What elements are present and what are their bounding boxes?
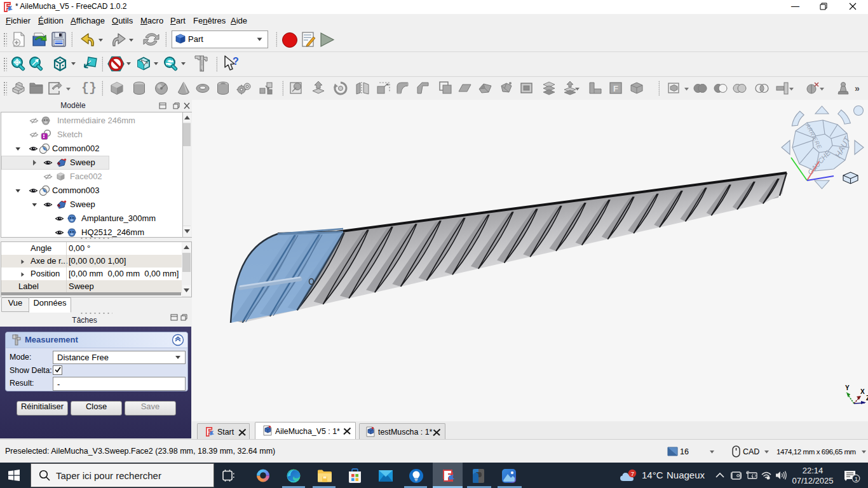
svg-text:1: 1 [855,475,858,482]
svg-text:7: 7 [631,470,634,477]
svg-text:?: ? [233,56,239,67]
svg-text:{}: {} [81,81,96,95]
svg-text:F: F [613,84,618,93]
svg-text:X: X [860,388,865,395]
svg-text:Y: Y [845,384,850,391]
